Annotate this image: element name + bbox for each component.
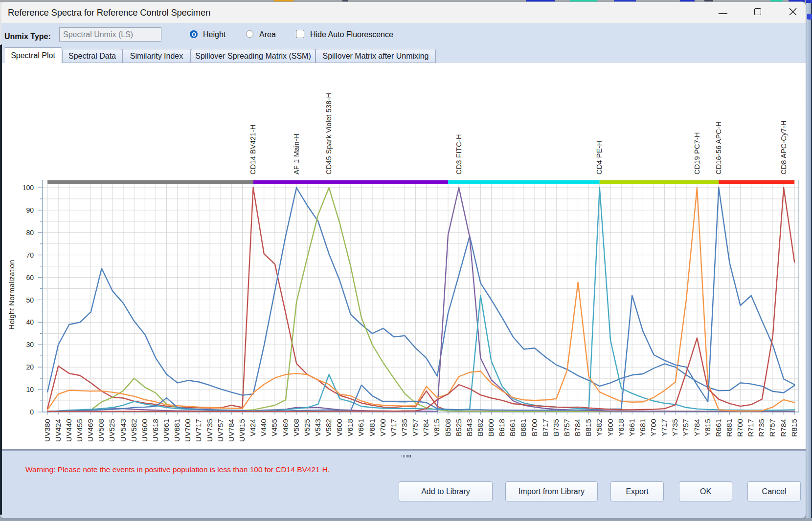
svg-text:V600: V600 <box>335 419 343 436</box>
svg-text:UV525: UV525 <box>108 419 116 442</box>
svg-text:R681: R681 <box>725 419 733 437</box>
svg-text:V681: V681 <box>368 419 376 436</box>
svg-text:UV661: UV661 <box>162 419 170 442</box>
svg-text:V525: V525 <box>303 419 311 436</box>
svg-text:V543: V543 <box>314 419 322 436</box>
svg-text:CD16-56 APC-H: CD16-56 APC-H <box>715 121 722 174</box>
svg-text:V582: V582 <box>324 419 333 436</box>
svg-text:V508: V508 <box>292 419 300 436</box>
svg-text:60: 60 <box>26 274 34 282</box>
svg-text:CD14 BV421-H: CD14 BV421-H <box>249 125 257 174</box>
svg-text:40: 40 <box>26 318 34 326</box>
svg-text:B508: B508 <box>444 419 452 436</box>
svg-text:R700: R700 <box>736 419 744 437</box>
svg-text:V469: V469 <box>281 419 290 436</box>
svg-text:R757: R757 <box>768 419 776 437</box>
svg-text:Y681: Y681 <box>638 419 647 436</box>
svg-text:B815: B815 <box>584 419 592 436</box>
svg-text:80: 80 <box>26 229 34 237</box>
svg-text:UV440: UV440 <box>65 419 73 442</box>
svg-text:UV600: UV600 <box>140 419 149 442</box>
svg-text:70: 70 <box>26 251 34 259</box>
svg-text:R661: R661 <box>714 419 722 437</box>
svg-text:Y582: Y582 <box>595 419 603 436</box>
svg-text:B543: B543 <box>465 419 474 436</box>
svg-text:V440: V440 <box>259 419 268 436</box>
svg-text:AF 1 Main-H: AF 1 Main-H <box>293 133 300 174</box>
svg-text:UV543: UV543 <box>119 419 127 442</box>
svg-text:UV815: UV815 <box>238 419 246 442</box>
svg-text:V735: V735 <box>400 419 408 436</box>
svg-text:V424: V424 <box>248 419 257 436</box>
svg-text:V455: V455 <box>270 419 278 436</box>
svg-text:R717: R717 <box>746 419 755 437</box>
svg-text:30: 30 <box>26 341 34 348</box>
svg-text:UV380: UV380 <box>43 419 51 442</box>
svg-text:UV618: UV618 <box>151 419 159 442</box>
svg-text:V661: V661 <box>357 419 365 436</box>
svg-text:90: 90 <box>26 206 34 214</box>
svg-text:R784: R784 <box>779 419 788 437</box>
svg-text:B784: B784 <box>573 419 582 436</box>
svg-text:UV717: UV717 <box>194 419 203 442</box>
svg-text:UV700: UV700 <box>183 419 192 442</box>
svg-text:20: 20 <box>26 363 34 371</box>
svg-text:V757: V757 <box>411 419 419 436</box>
svg-text:Height Normalization: Height Normalization <box>7 260 16 329</box>
svg-text:B757: B757 <box>563 419 571 436</box>
svg-text:B681: B681 <box>519 419 527 436</box>
svg-text:R735: R735 <box>757 419 766 437</box>
svg-text:100: 100 <box>23 184 34 192</box>
svg-text:B582: B582 <box>476 419 484 436</box>
svg-text:UV757: UV757 <box>216 419 225 442</box>
svg-text:0: 0 <box>30 408 34 416</box>
svg-text:UV424: UV424 <box>54 419 62 442</box>
svg-text:V717: V717 <box>389 419 398 436</box>
svg-text:B700: B700 <box>530 419 539 436</box>
svg-text:Y757: Y757 <box>681 419 690 436</box>
svg-text:Y700: Y700 <box>649 419 657 436</box>
svg-text:UV784: UV784 <box>227 419 235 442</box>
svg-text:Y618: Y618 <box>617 419 625 436</box>
svg-text:UV508: UV508 <box>97 419 105 442</box>
svg-text:CD4 PE-H: CD4 PE-H <box>595 141 603 174</box>
svg-text:10: 10 <box>26 386 34 393</box>
svg-text:Y661: Y661 <box>628 419 636 436</box>
svg-text:UV681: UV681 <box>173 419 181 442</box>
svg-text:CD45 Spark Violet 538-H: CD45 Spark Violet 538-H <box>325 93 333 174</box>
svg-text:V700: V700 <box>379 419 387 436</box>
svg-text:Y784: Y784 <box>693 419 701 436</box>
svg-text:B525: B525 <box>454 419 463 436</box>
svg-text:B600: B600 <box>487 419 495 436</box>
svg-text:UV735: UV735 <box>205 419 214 442</box>
svg-text:B618: B618 <box>497 419 506 436</box>
svg-text:Y735: Y735 <box>671 419 679 436</box>
svg-text:CD19 PC7-H: CD19 PC7-H <box>693 132 701 174</box>
svg-text:R815: R815 <box>790 419 798 437</box>
svg-text:UV469: UV469 <box>86 419 94 442</box>
svg-text:50: 50 <box>26 296 34 304</box>
svg-text:B717: B717 <box>541 419 549 436</box>
svg-text:V618: V618 <box>346 419 354 436</box>
svg-text:Y717: Y717 <box>660 419 668 436</box>
svg-text:V784: V784 <box>422 419 430 436</box>
svg-text:UV582: UV582 <box>130 419 138 442</box>
svg-text:B735: B735 <box>552 419 560 436</box>
svg-text:CD3 FITC-H: CD3 FITC-H <box>455 134 463 174</box>
svg-text:UV455: UV455 <box>75 419 84 442</box>
svg-text:V815: V815 <box>432 419 441 436</box>
svg-text:CD8 APC-Cy7-H: CD8 APC-Cy7-H <box>780 120 788 174</box>
svg-text:B661: B661 <box>508 419 517 436</box>
svg-text:Y815: Y815 <box>703 419 712 436</box>
svg-text:Y600: Y600 <box>606 419 614 436</box>
